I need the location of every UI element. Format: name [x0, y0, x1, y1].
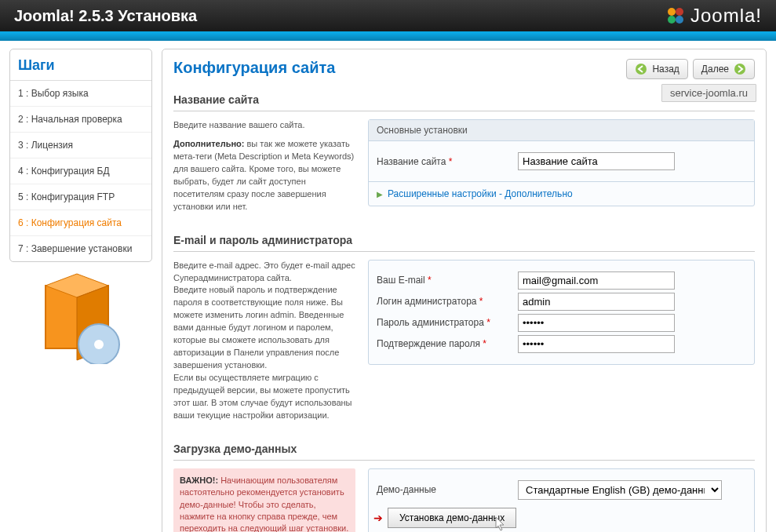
joomla-logo-icon	[665, 5, 686, 26]
step-4: 4 : Конфигурация БД	[10, 159, 151, 184]
svg-point-8	[94, 340, 104, 349]
svg-point-0	[668, 8, 676, 16]
section-demo-heading: Загрузка демо-данных	[173, 439, 755, 461]
arrow-left-icon	[635, 63, 647, 75]
installer-title: Joomla! 2.5.3 Установка	[14, 7, 197, 25]
svg-point-2	[668, 16, 676, 24]
package-illustration	[9, 270, 152, 374]
advanced-settings-toggle[interactable]: ▶ Расширенные настройки - Дополнительно	[369, 181, 754, 206]
arrow-right-icon	[734, 63, 746, 75]
back-button[interactable]: Назад	[626, 59, 687, 79]
demo-select-label: Демо-данные	[377, 484, 518, 495]
section-admin-heading: E-mail и пароль администратора	[173, 231, 755, 252]
login-label: Логин администратора *	[377, 296, 518, 307]
svg-point-1	[676, 8, 683, 16]
site-desc-1: Введите название вашего сайта.	[173, 119, 355, 132]
admin-desc: Введите e-mail адрес. Это будет e-mail а…	[173, 260, 355, 422]
arrow-right-red-icon: ➔	[373, 512, 383, 524]
email-input[interactable]	[518, 271, 675, 290]
joomla-logo: Joomla!	[665, 5, 762, 27]
advanced-settings-label: Расширенные настройки - Дополнительно	[388, 188, 573, 199]
step-3: 3 : Лицензия	[10, 133, 151, 159]
svg-point-9	[636, 64, 647, 75]
steps-title: Шаги	[10, 49, 151, 81]
demo-select[interactable]: Стандартные English (GB) демо-данные	[518, 480, 722, 500]
brand-text: Joomla!	[690, 5, 762, 27]
login-input[interactable]	[518, 293, 675, 311]
steps-list: 1 : Выбор языка 2 : Начальная проверка 3…	[10, 81, 151, 261]
next-label: Далее	[701, 64, 729, 75]
site-desc-2: Дополнительно: вы так же можете указать …	[173, 138, 355, 213]
email-label: Ваш E-mail *	[377, 275, 518, 286]
svg-point-10	[734, 64, 745, 75]
password-label: Пароль администратора *	[377, 317, 518, 328]
site-name-input[interactable]	[518, 152, 675, 170]
triangle-right-icon: ▶	[377, 190, 383, 199]
password-confirm-label: Подтверждение пароля *	[377, 338, 518, 349]
step-7: 7 : Завершение установки	[10, 236, 151, 261]
demo-warning: ВАЖНО!: Начинающим пользователям настоят…	[173, 468, 355, 532]
step-5: 5 : Конфигурация FTP	[10, 184, 151, 210]
step-1: 1 : Выбор языка	[10, 81, 151, 107]
step-6: 6 : Конфигурация сайта	[10, 210, 151, 236]
install-demo-button[interactable]: Установка демо-данных	[388, 508, 516, 528]
service-tag: service-joomla.ru	[661, 84, 756, 102]
next-button[interactable]: Далее	[693, 59, 755, 79]
basic-settings-head: Основные установки	[369, 120, 754, 141]
back-label: Назад	[652, 64, 679, 75]
password-confirm-input[interactable]	[518, 335, 675, 353]
site-name-label: Название сайта *	[377, 156, 518, 167]
page-title: Конфигурация сайта	[173, 59, 335, 77]
password-input[interactable]	[518, 314, 675, 332]
step-2: 2 : Начальная проверка	[10, 107, 151, 133]
svg-point-3	[676, 16, 683, 24]
